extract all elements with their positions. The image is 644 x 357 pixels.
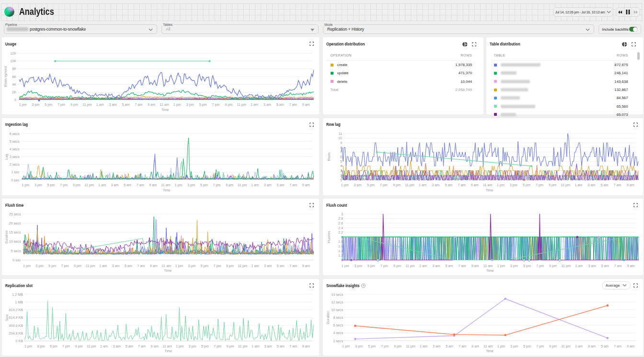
- svg-text:9 pm: 9 pm: [225, 102, 232, 107]
- svg-text:7 pm: 7 pm: [61, 264, 69, 268]
- svg-text:Time: Time: [164, 349, 172, 353]
- svg-text:3 pm: 3 pm: [37, 344, 45, 348]
- svg-text:12 secs: 12 secs: [331, 300, 343, 304]
- svg-text:9 pm: 9 pm: [394, 344, 402, 348]
- svg-text:11 am: 11 am: [483, 182, 492, 187]
- svg-text:3: 3: [341, 212, 343, 216]
- svg-text:0 KB: 0 KB: [15, 339, 23, 343]
- svg-text:9 am: 9 am: [150, 264, 157, 268]
- svg-text:5 pm: 5 pm: [368, 344, 376, 348]
- svg-text:11 pm: 11 pm: [238, 344, 247, 348]
- svg-text:10: 10: [338, 136, 342, 140]
- svg-text:Rows synced: Rows synced: [3, 67, 7, 87]
- svg-text:3 am: 3 am: [264, 344, 272, 348]
- svg-text:11 am: 11 am: [161, 182, 170, 187]
- svg-text:15 secs: 15 secs: [9, 230, 21, 234]
- svg-text:5 am: 5 am: [276, 102, 284, 107]
- svg-text:2.2: 2.2: [338, 230, 343, 234]
- svg-text:11 am: 11 am: [483, 264, 493, 268]
- svg-text:5: 5: [340, 159, 342, 163]
- svg-text:9 pm: 9 pm: [226, 344, 234, 348]
- svg-text:3 am: 3 am: [588, 344, 596, 348]
- svg-text:9: 9: [340, 140, 342, 145]
- svg-text:5 am: 5 am: [445, 264, 453, 268]
- svg-text:4K: 4K: [12, 82, 16, 87]
- svg-text:3 am: 3 am: [588, 264, 596, 268]
- svg-text:Time: Time: [486, 268, 494, 273]
- svg-text:5 am: 5 am: [601, 344, 609, 348]
- svg-text:1 am: 1 am: [575, 264, 583, 268]
- svg-text:2.4: 2.4: [338, 226, 343, 230]
- svg-text:11 pm: 11 pm: [85, 264, 94, 268]
- svg-text:1 am: 1 am: [575, 344, 583, 348]
- svg-text:5 am: 5 am: [445, 182, 452, 187]
- svg-text:9 pm: 9 pm: [549, 264, 557, 268]
- svg-text:7 pm: 7 pm: [60, 182, 68, 187]
- svg-text:Duration: Duration: [4, 231, 8, 244]
- svg-text:9 pm: 9 pm: [393, 182, 401, 187]
- svg-text:7 am: 7 am: [138, 344, 146, 348]
- svg-text:9 am: 9 am: [150, 344, 158, 348]
- svg-text:5 am: 5 am: [124, 264, 132, 268]
- svg-text:5 pm: 5 pm: [45, 102, 52, 107]
- svg-text:2 secs: 2 secs: [333, 339, 343, 343]
- svg-text:5 am: 5 am: [276, 344, 284, 348]
- svg-text:3 pm: 3 pm: [355, 264, 362, 268]
- svg-text:7 am: 7 am: [458, 182, 465, 187]
- svg-text:2 secs: 2 secs: [9, 162, 19, 167]
- svg-text:1.2: 1.2: [338, 253, 343, 257]
- svg-text:Time: Time: [162, 188, 170, 192]
- svg-text:5 secs: 5 secs: [11, 249, 21, 253]
- svg-text:1 pm: 1 pm: [24, 344, 32, 348]
- svg-text:1 pm: 1 pm: [23, 264, 31, 268]
- svg-text:3 am: 3 am: [113, 344, 120, 348]
- svg-text:11 pm: 11 pm: [561, 344, 570, 348]
- svg-text:7 am: 7 am: [289, 182, 297, 187]
- svg-text:3 am: 3 am: [432, 264, 440, 268]
- svg-text:6 secs: 6 secs: [9, 131, 19, 135]
- svg-text:5 am: 5 am: [125, 344, 133, 348]
- svg-text:3 am: 3 am: [433, 344, 440, 348]
- svg-text:9 am: 9 am: [627, 344, 634, 348]
- svg-text:7 am: 7 am: [137, 264, 145, 268]
- svg-text:7 pm: 7 pm: [536, 182, 543, 187]
- svg-text:Time: Time: [486, 349, 494, 353]
- svg-text:11 pm: 11 pm: [238, 264, 247, 268]
- svg-text:5 am: 5 am: [124, 182, 131, 187]
- svg-text:3 pm: 3 pm: [35, 264, 43, 268]
- svg-text:3 pm: 3 pm: [186, 102, 194, 107]
- svg-text:5 pm: 5 pm: [201, 344, 208, 348]
- svg-text:7 am: 7 am: [136, 182, 144, 187]
- svg-text:9 pm: 9 pm: [225, 182, 233, 187]
- svg-text:3 am: 3 am: [264, 182, 271, 187]
- svg-text:9 am: 9 am: [472, 344, 479, 348]
- svg-text:1 pm: 1 pm: [175, 264, 183, 268]
- svg-text:3 am: 3 am: [263, 102, 271, 107]
- svg-text:1 pm: 1 pm: [342, 264, 349, 268]
- svg-text:3 am: 3 am: [112, 264, 119, 268]
- svg-text:3 am: 3 am: [109, 102, 116, 107]
- svg-text:5 pm: 5 pm: [47, 182, 55, 187]
- svg-text:11 pm: 11 pm: [237, 102, 246, 107]
- svg-text:5 pm: 5 pm: [367, 182, 375, 187]
- svg-text:11 pm: 11 pm: [84, 182, 93, 187]
- svg-text:1 am: 1 am: [251, 102, 258, 107]
- svg-text:1.2 MB: 1.2 MB: [12, 292, 23, 297]
- svg-text:6K: 6K: [12, 75, 16, 79]
- svg-text:9 am: 9 am: [472, 264, 479, 268]
- svg-text:11 pm: 11 pm: [405, 182, 414, 187]
- svg-text:5 pm: 5 pm: [49, 344, 57, 348]
- svg-text:1 sec: 1 sec: [11, 170, 20, 174]
- svg-text:5 pm: 5 pm: [523, 344, 531, 348]
- svg-text:1 pm: 1 pm: [176, 344, 184, 348]
- svg-text:11 am: 11 am: [161, 264, 171, 268]
- svg-text:7 pm: 7 pm: [381, 344, 389, 348]
- svg-text:9 pm: 9 pm: [73, 264, 81, 268]
- svg-text:9 am: 9 am: [302, 264, 310, 268]
- svg-text:5 pm: 5 pm: [368, 264, 375, 268]
- svg-text:5 am: 5 am: [601, 182, 609, 187]
- svg-text:11 pm: 11 pm: [237, 182, 246, 187]
- svg-text:3 pm: 3 pm: [510, 264, 518, 268]
- svg-text:1 pm: 1 pm: [497, 344, 505, 348]
- svg-text:11 pm: 11 pm: [86, 344, 95, 348]
